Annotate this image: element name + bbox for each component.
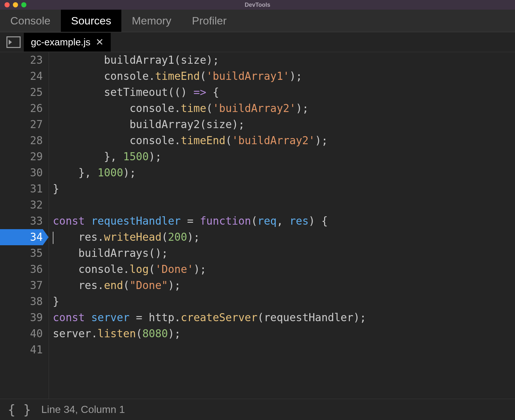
code-line[interactable]: const server = http.createServer(request…	[53, 310, 366, 326]
code-line[interactable]	[53, 197, 366, 213]
line-number[interactable]: 23	[0, 52, 43, 68]
code-line[interactable]: }, 1500);	[53, 149, 366, 165]
window-minimize-button[interactable]	[13, 2, 18, 7]
line-number[interactable]: 33	[0, 213, 43, 229]
line-number[interactable]: 31	[0, 181, 43, 197]
window-maximize-button[interactable]	[21, 2, 26, 7]
window-title: DevTools	[245, 2, 270, 8]
line-number[interactable]: 40	[0, 326, 43, 342]
line-number[interactable]: 36	[0, 261, 43, 277]
cursor-position: Line 34, Column 1	[41, 404, 125, 415]
line-number[interactable]: 30	[0, 165, 43, 181]
line-number[interactable]: 41	[0, 342, 43, 358]
code-line[interactable]: }	[53, 294, 366, 310]
code-line[interactable]: console.timeEnd('buildArray1');	[53, 68, 366, 84]
code-line[interactable]: console.timeEnd('buildArray2');	[53, 133, 366, 149]
code-line[interactable]: }	[53, 181, 366, 197]
tab-memory[interactable]: Memory	[121, 10, 182, 32]
line-number-gutter[interactable]: 23242526272829303132333435363738394041	[0, 52, 49, 399]
code-line[interactable]: console.log('Done');	[53, 261, 366, 277]
code-line[interactable]: }, 1000);	[53, 165, 366, 181]
status-bar: { } Line 34, Column 1	[0, 399, 515, 420]
code-line[interactable]: buildArray2(size);	[53, 117, 366, 133]
code-line[interactable]: buildArrays();	[53, 245, 366, 261]
line-number[interactable]: 28	[0, 133, 43, 149]
code-line[interactable]	[53, 342, 366, 358]
line-number[interactable]: 25	[0, 84, 43, 100]
code-line[interactable]: console.time('buildArray2');	[53, 100, 366, 117]
pretty-print-icon[interactable]: { }	[8, 402, 31, 417]
breakpoint-line-number[interactable]: 34	[0, 229, 43, 245]
file-tab[interactable]: gc-example.js ✕	[24, 33, 111, 51]
code-line[interactable]: res.end("Done");	[53, 277, 366, 294]
main-tabs: Console Sources Memory Profiler	[0, 10, 515, 32]
window-controls	[0, 2, 26, 7]
code-editor[interactable]: 23242526272829303132333435363738394041 b…	[0, 52, 515, 399]
line-number[interactable]: 39	[0, 310, 43, 326]
window-titlebar: DevTools	[0, 0, 515, 10]
line-number[interactable]: 35	[0, 245, 43, 261]
file-tab-label: gc-example.js	[31, 37, 90, 48]
window-close-button[interactable]	[5, 2, 10, 7]
code-content[interactable]: buildArray1(size); console.timeEnd('buil…	[49, 52, 366, 399]
line-number[interactable]: 24	[0, 68, 43, 84]
code-line[interactable]: server.listen(8080);	[53, 326, 366, 342]
line-number[interactable]: 26	[0, 100, 43, 117]
close-icon[interactable]: ✕	[96, 36, 104, 48]
line-number[interactable]: 37	[0, 277, 43, 294]
code-line[interactable]: setTimeout(() => {	[53, 84, 366, 100]
toggle-navigator-button[interactable]	[6, 36, 21, 48]
tab-sources[interactable]: Sources	[61, 10, 122, 32]
line-number[interactable]: 29	[0, 149, 43, 165]
code-line[interactable]: buildArray1(size);	[53, 52, 366, 68]
line-number[interactable]: 38	[0, 294, 43, 310]
code-line[interactable]: res.writeHead(200);	[53, 229, 366, 245]
line-number[interactable]: 27	[0, 117, 43, 133]
code-line[interactable]: const requestHandler = function(req, res…	[53, 213, 366, 229]
tab-profiler[interactable]: Profiler	[182, 10, 237, 32]
line-number[interactable]: 32	[0, 197, 43, 213]
file-tabs-bar: gc-example.js ✕	[0, 32, 515, 52]
tab-console[interactable]: Console	[0, 10, 61, 32]
play-triangle-icon	[9, 40, 12, 45]
